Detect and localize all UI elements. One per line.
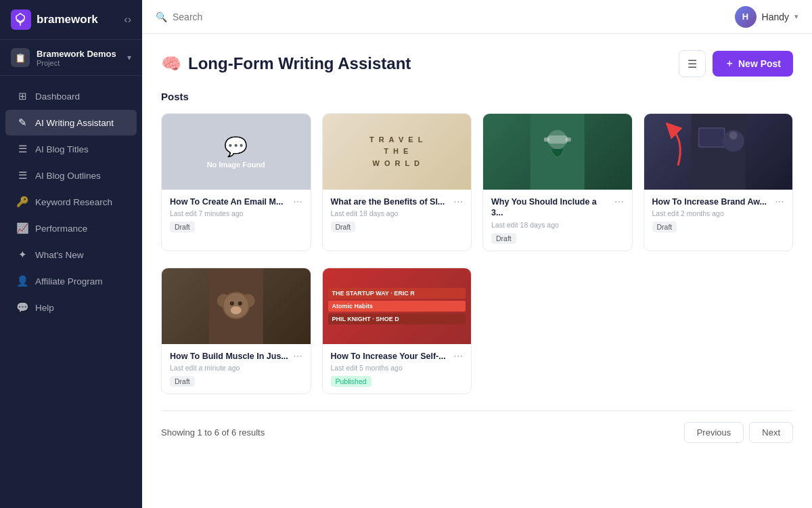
dashboard-icon: ⊞ — [16, 90, 28, 102]
new-post-button[interactable]: ＋ New Post — [713, 51, 793, 77]
ai-blog-titles-icon: ☰ — [16, 143, 28, 155]
svg-rect-6 — [566, 137, 571, 142]
svg-point-17 — [231, 306, 242, 314]
post-title-row: How To Create An Email M... ⋯ — [170, 196, 302, 207]
search-bar[interactable]: 🔍 — [156, 12, 308, 22]
view-toggle-button[interactable]: ☰ — [679, 50, 706, 77]
post-status: Draft — [652, 221, 677, 232]
post-status: Draft — [170, 221, 195, 232]
previous-button[interactable]: Previous — [684, 422, 744, 443]
post-title: Why You Should Include a 3... — [491, 196, 610, 219]
post-title: How To Increase Your Self-... — [331, 351, 450, 362]
sidebar-item-label: AI Blog Outlines — [35, 171, 101, 181]
post-status: Draft — [491, 233, 516, 244]
sidebar-item-ai-blog-titles[interactable]: ☰ AI Blog Titles — [5, 136, 137, 162]
sidebar-item-affiliate[interactable]: 👤 Affiliate Program — [5, 268, 137, 294]
avatar: H — [735, 6, 757, 28]
sidebar-item-label: Affiliate Program — [35, 276, 103, 287]
post-meta: Last edit 18 days ago — [331, 209, 464, 217]
sidebar-item-label: Dashboard — [35, 91, 80, 102]
keyword-research-icon: 🔑 — [16, 196, 28, 208]
project-selector[interactable]: 📋 Bramework Demos Project ▾ — [0, 40, 142, 76]
post-menu-icon[interactable]: ⋯ — [453, 196, 463, 207]
header-actions: ☰ ＋ New Post — [679, 50, 793, 77]
post-meta: Last edit 7 minutes ago — [170, 209, 302, 217]
post-info: How To Build Muscle In Jus... ⋯ Last edi… — [162, 344, 311, 394]
posts-grid-bottom: How To Build Muscle In Jus... ⋯ Last edi… — [161, 268, 793, 394]
page-title: Long-Form Writing Assistant — [188, 54, 411, 73]
post-status: Draft — [170, 376, 195, 387]
post-title: How To Increase Brand Aw... — [652, 196, 771, 207]
svg-rect-9 — [699, 129, 723, 146]
post-status: Published — [331, 376, 371, 387]
post-card[interactable]: How To Increase Brand Aw... ⋯ Last edit … — [644, 113, 794, 251]
plus-icon: ＋ — [725, 58, 734, 70]
post-card[interactable]: 💬 No Image Found How To Create An Email … — [161, 113, 311, 251]
post-meta: Last edit 18 days ago — [491, 221, 624, 229]
post-info: How To Create An Email M... ⋯ Last edit … — [162, 190, 311, 239]
post-menu-icon[interactable]: ⋯ — [453, 351, 463, 362]
logo-area: bramework — [11, 9, 98, 30]
post-menu-icon[interactable]: ⋯ — [775, 196, 784, 207]
post-title-row: How To Build Muscle In Jus... ⋯ — [170, 351, 302, 362]
affiliate-icon: 👤 — [16, 275, 28, 287]
post-menu-icon[interactable]: ⋯ — [293, 351, 302, 362]
brand-name: bramework — [37, 13, 98, 26]
post-card[interactable]: THE STARTUP WAY · ERIC R Atomic Habits P… — [322, 268, 472, 394]
post-card[interactable]: T R A V E L T H E W O R L D What are the… — [322, 113, 472, 251]
post-title: How To Build Muscle In Jus... — [170, 351, 289, 362]
sidebar-item-help[interactable]: 💬 Help — [5, 295, 137, 320]
brand-logo-icon — [11, 9, 31, 30]
sidebar-item-whats-new[interactable]: ✦ What's New — [5, 242, 137, 268]
project-name: Bramework Demos — [37, 49, 120, 59]
posts-section-label: Posts — [161, 91, 793, 102]
sidebar-item-label: AI Blog Titles — [35, 144, 89, 154]
no-image-icon: 💬 — [224, 135, 248, 158]
pagination-buttons: Previous Next — [684, 422, 793, 443]
ai-writing-icon: ✎ — [16, 117, 28, 129]
performance-icon: 📈 — [16, 222, 28, 234]
svg-rect-7 — [691, 114, 745, 190]
sidebar-collapse-icon[interactable]: ‹› — [124, 14, 131, 26]
user-section[interactable]: H Handy ▾ — [735, 6, 798, 28]
sidebar-item-keyword-research[interactable]: 🔑 Keyword Research — [5, 189, 137, 215]
sidebar-item-ai-blog-outlines[interactable]: ☰ AI Blog Outlines — [5, 163, 137, 188]
svg-rect-0 — [11, 9, 31, 30]
posts-grid: 💬 No Image Found How To Create An Email … — [161, 113, 793, 251]
post-card[interactable]: How To Build Muscle In Jus... ⋯ Last edi… — [161, 268, 311, 394]
post-menu-icon[interactable]: ⋯ — [614, 196, 624, 207]
project-chevron-icon: ▾ — [127, 53, 131, 62]
svg-point-18 — [230, 301, 234, 305]
header-wrap: 🧠 Long-Form Writing Assistant ☰ ＋ New Po… — [161, 50, 793, 77]
post-meta: Last edit 5 months ago — [331, 364, 464, 372]
sidebar-item-dashboard[interactable]: ⊞ Dashboard — [5, 83, 137, 109]
post-card[interactable]: Why You Should Include a 3... ⋯ Last edi… — [482, 113, 633, 251]
post-info: How To Increase Your Self-... ⋯ Last edi… — [323, 344, 472, 394]
post-info: How To Increase Brand Aw... ⋯ Last edit … — [644, 190, 793, 239]
sidebar-item-label: Help — [35, 303, 54, 313]
sidebar-item-label: AI Writing Assistant — [35, 118, 114, 128]
sidebar: bramework ‹› 📋 Bramework Demos Project ▾… — [0, 0, 142, 508]
post-menu-icon[interactable]: ⋯ — [293, 196, 302, 207]
search-input[interactable] — [173, 12, 308, 22]
main-content: 🔍 H Handy ▾ 🧠 Long-Form Writing Assistan… — [142, 0, 812, 508]
post-thumbnail — [644, 114, 793, 190]
svg-point-11 — [729, 131, 737, 140]
post-status: Draft — [331, 221, 356, 232]
post-thumbnail: 💬 No Image Found — [162, 114, 311, 190]
sidebar-item-ai-writing[interactable]: ✎ AI Writing Assistant — [5, 110, 137, 135]
sidebar-item-label: Keyword Research — [35, 197, 112, 207]
nav-list: ⊞ Dashboard ✎ AI Writing Assistant ☰ AI … — [0, 76, 142, 508]
next-button[interactable]: Next — [749, 422, 793, 443]
page-emoji: 🧠 — [161, 54, 181, 73]
sidebar-item-label: Performance — [35, 224, 87, 234]
page-header: 🧠 Long-Form Writing Assistant ☰ ＋ New Po… — [161, 50, 793, 77]
sidebar-item-performance[interactable]: 📈 Performance — [5, 215, 137, 241]
project-label: Project — [37, 59, 120, 67]
post-title-row: Why You Should Include a 3... ⋯ — [491, 196, 624, 219]
pagination-row: Showing 1 to 6 of 6 results Previous Nex… — [161, 410, 793, 446]
ai-blog-outlines-icon: ☰ — [16, 169, 28, 182]
project-icon: 📋 — [11, 48, 30, 67]
post-title: What are the Benefits of Sl... — [331, 196, 450, 207]
post-meta: Last edit a minute ago — [170, 364, 302, 372]
